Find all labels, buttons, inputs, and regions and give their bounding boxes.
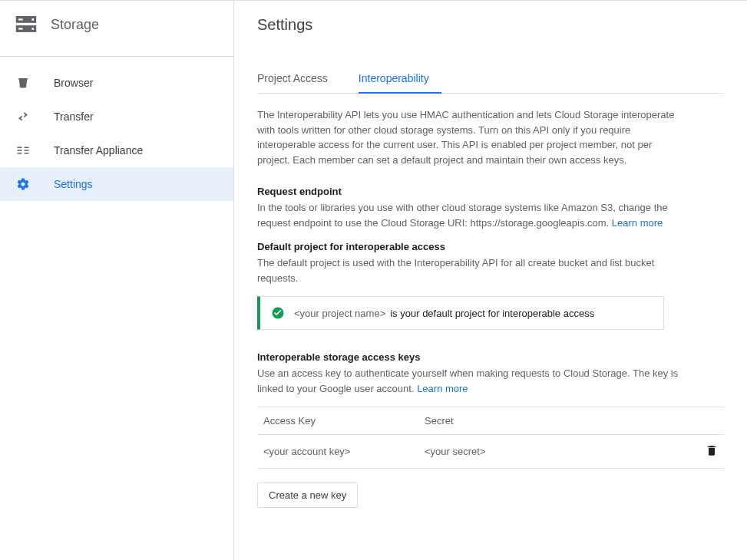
svg-rect-2 xyxy=(18,18,23,20)
sidebar-header: Storage xyxy=(0,1,233,57)
endpoint-title: Request endpoint xyxy=(257,186,724,197)
default-project-title: Default project for interoperable access xyxy=(257,241,724,252)
sidebar: Storage Browser Transfer Transfer Applia… xyxy=(0,1,234,560)
default-project-info-bar: <your project name> is your default proj… xyxy=(257,296,664,330)
col-header-access-key: Access Key xyxy=(263,415,425,427)
endpoint-desc: In the tools or libraries you use with o… xyxy=(257,200,687,230)
cell-access-key: <your account key> xyxy=(263,446,425,457)
appliance-icon xyxy=(15,143,31,158)
cell-secret: <your secret> xyxy=(425,446,695,457)
tab-interoperability[interactable]: Interoperability xyxy=(359,64,441,94)
sidebar-item-transfer-appliance[interactable]: Transfer Appliance xyxy=(0,133,233,167)
keys-learn-more-link[interactable]: Learn more xyxy=(417,383,468,394)
nav: Browser Transfer Transfer Appliance Sett… xyxy=(0,57,233,201)
svg-rect-4 xyxy=(18,28,23,29)
storage-icon xyxy=(15,16,37,33)
product-title: Storage xyxy=(51,17,99,33)
bucket-icon xyxy=(15,75,31,91)
svg-point-3 xyxy=(31,18,34,21)
keys-table-header: Access Key Secret xyxy=(257,407,724,435)
endpoint-desc-text: In the tools or libraries you use with o… xyxy=(257,202,668,229)
sidebar-item-transfer[interactable]: Transfer xyxy=(0,100,233,133)
gear-icon xyxy=(15,176,31,192)
check-icon xyxy=(271,306,285,320)
svg-point-5 xyxy=(31,28,34,30)
tabs: Project Access Interoperability xyxy=(257,64,724,94)
keys-table: Access Key Secret <your account key> <yo… xyxy=(257,407,724,469)
delete-key-button[interactable] xyxy=(706,444,718,459)
table-row: <your account key> <your secret> xyxy=(257,435,724,469)
default-project-msg: is your default project for interoperabl… xyxy=(390,308,594,319)
intro-text: The Interoperability API lets you use HM… xyxy=(257,107,687,167)
sidebar-item-label: Transfer xyxy=(54,110,94,123)
main-content: Settings Project Access Interoperability… xyxy=(234,1,747,560)
sidebar-item-label: Browser xyxy=(54,77,93,89)
sidebar-item-browser[interactable]: Browser xyxy=(0,66,233,100)
transfer-icon xyxy=(15,109,31,124)
sidebar-item-settings[interactable]: Settings xyxy=(0,167,233,201)
project-name-placeholder: <your project name> xyxy=(294,308,385,319)
default-project-desc: The default project is used with the Int… xyxy=(257,255,687,285)
tab-project-access[interactable]: Project Access xyxy=(257,64,340,93)
sidebar-item-label: Transfer Appliance xyxy=(54,144,143,156)
keys-title: Interoperable storage access keys xyxy=(257,351,724,363)
create-key-button[interactable]: Create a new key xyxy=(257,483,358,508)
col-header-secret: Secret xyxy=(425,415,695,427)
page-title: Settings xyxy=(257,16,724,34)
endpoint-learn-more-link[interactable]: Learn more xyxy=(612,217,663,229)
keys-desc: Use an access key to authenticate yourse… xyxy=(257,366,687,396)
sidebar-item-label: Settings xyxy=(54,178,93,190)
